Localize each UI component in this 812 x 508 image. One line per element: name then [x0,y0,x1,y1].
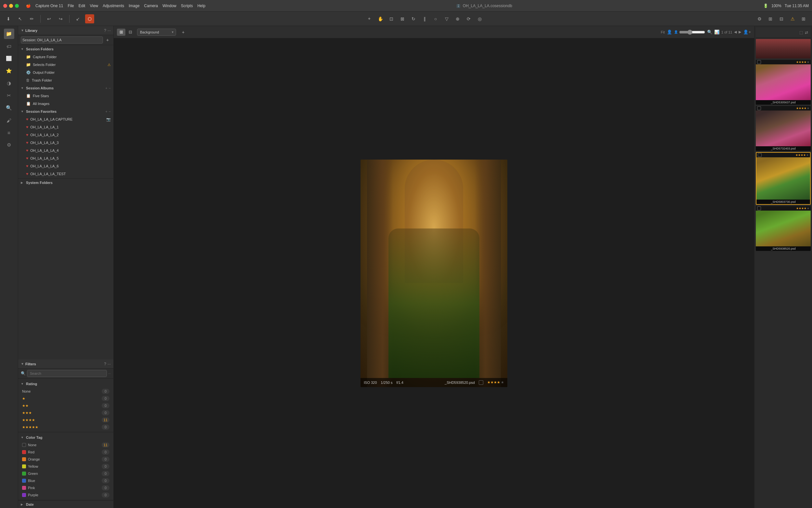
select-tool[interactable]: ⌖ [365,14,374,24]
system-folders-header[interactable]: ▶ System Folders [18,178,113,186]
slash-tool[interactable]: ∥ [420,14,429,24]
redo-button[interactable]: ↪ [56,14,65,24]
minimize-button[interactable] [9,4,13,8]
nav-next[interactable]: ▶ [738,30,741,34]
color-purple[interactable]: Purple 0 [18,492,113,499]
zoom-range[interactable] [679,30,705,35]
menu-scripts[interactable]: Scripts [181,4,193,8]
import-button[interactable]: ⬇ [4,14,13,24]
single-view-btn[interactable]: ⊞ [117,29,125,36]
color-tag-group-header[interactable]: ▼ Color Tag [18,433,113,441]
rating-4star[interactable]: ★★★★ 11 [18,416,113,423]
histogram-icon[interactable]: 📊 [714,30,719,35]
zoom-slider[interactable]: 👤 [674,30,705,35]
grid-view-btn[interactable]: ⊟ [126,29,135,36]
straighten-tool[interactable]: ⊠ [398,14,407,24]
settings-button[interactable]: ⚙ [755,14,764,24]
compare-button[interactable]: ⊞ [766,14,775,24]
all-images-album[interactable]: 📋 All Images [18,100,113,108]
color-pink[interactable]: Pink 0 [18,484,113,492]
filters-header[interactable]: ▼ Filters ? ··· [18,359,113,369]
loupe-icon[interactable]: 🔍 [707,30,712,35]
menu-file[interactable]: File [67,4,74,8]
gradient-tool[interactable]: ▽ [442,14,451,24]
strip-cb-2[interactable] [757,106,761,110]
detail-tool[interactable]: ◎ [475,14,484,24]
add-favorite-button[interactable]: + [105,110,107,114]
add-album-button[interactable]: + [105,86,107,90]
strip-thumb-3[interactable]: ★★★★★ _SHD5803730.psd [756,152,811,205]
five-stars-album[interactable]: 📋 Five Stars [18,92,113,100]
remove-favorite-button[interactable]: − [109,110,111,114]
fav-test[interactable]: ♥ OH_LA_LA_LA_TEST [18,170,113,178]
tool-frame[interactable]: ⬜ [4,53,14,64]
add-layer-button[interactable]: + [179,28,188,37]
tool-search[interactable]: 🔍 [4,103,14,113]
rating-1star[interactable]: ★ 0 [18,395,113,402]
pointer-tool[interactable]: ↖ [15,14,25,24]
rating-3star[interactable]: ★★★ 0 [18,409,113,416]
session-favorites-header[interactable]: ▼ Session Favorites + − [18,108,113,115]
rating-5star[interactable]: ★★★★★ 0 [18,423,113,431]
undo-button[interactable]: ↩ [45,14,54,24]
library-header[interactable]: ▼ Library ? ··· [18,26,113,35]
menu-adjustments[interactable]: Adjustments [103,4,124,8]
layer-dropdown[interactable]: Background [137,29,176,36]
fav-3[interactable]: ♥ OH_LA_LA_LA_3 [18,139,113,146]
date-section-header[interactable]: ▶ Date [18,500,113,508]
tool-gear[interactable]: ⚙ [4,140,14,150]
filters-help[interactable]: ? [104,362,106,366]
menu-apple[interactable]: 🍎 [26,4,31,8]
tool-star[interactable]: ⭐ [4,66,14,76]
session-folders-header[interactable]: ▼ Session Folders [18,45,113,53]
crop-tool[interactable]: ⊡ [387,14,396,24]
sync-icon[interactable]: ⇄ [805,30,808,35]
trash-folder-item[interactable]: 🗑 Trash Folder [18,76,113,84]
menu-image[interactable]: Image [129,4,139,8]
capture-folder-item[interactable]: 📁 Capture Folder [18,53,113,61]
back-button[interactable]: ↙ [74,14,83,24]
color-none[interactable]: None 11 [18,441,113,449]
rotate-tool[interactable]: ↻ [409,14,418,24]
menu-help[interactable]: Help [197,4,205,8]
strip-thumb-4[interactable]: ★★★★★ _SHD5938520.psd [756,206,811,251]
fav-4[interactable]: ♥ OH_LA_LA_LA_4 [18,146,113,155]
fav-1[interactable]: ♥ OH_LA_LA_LA_1 [18,123,113,131]
strip-cb-1[interactable] [757,60,761,64]
fav-6[interactable]: ♥ OH_LA_LA_LA_6 [18,162,113,170]
strip-thumb-2[interactable]: ★★★★★ _SHD5732403.psd [756,106,811,151]
close-button[interactable] [3,4,7,8]
tool-tag[interactable]: 🏷 [4,41,14,51]
tool-list[interactable]: ≡ [4,127,14,138]
add-user-icon[interactable]: 👤+ [743,30,751,35]
heal-tool[interactable]: ⟳ [464,14,473,24]
menu-camera[interactable]: Camera [144,4,158,8]
menu-app[interactable]: Capture One 11 [35,4,63,8]
ellipse-tool[interactable]: ○ [431,14,440,24]
color-red[interactable]: Red 0 [18,449,113,456]
hand-tool[interactable]: ✋ [376,14,385,24]
selects-folder-item[interactable]: 📁 Selects Folder ⚠ [18,61,113,69]
rating-none[interactable]: None 0 [18,388,113,395]
maximize-button[interactable] [15,4,19,8]
library-help[interactable]: ? [104,28,106,33]
grid-button[interactable]: ⊟ [777,14,786,24]
image-stars[interactable]: ★★★★★ [487,380,504,384]
menu-window[interactable]: Window [162,4,176,8]
lupe-icon[interactable]: ⬚ [799,30,803,35]
session-albums-header[interactable]: ▼ Session Albums + − [18,84,113,92]
strip-cb-4[interactable] [757,206,761,210]
clone-brush-tool[interactable]: ⊕ [453,14,462,24]
tool-library[interactable]: 📁 [4,29,14,39]
search-input[interactable] [27,370,107,377]
clone-icon[interactable]: ⬡ [85,14,94,24]
nav-prev[interactable]: ◀ [734,30,737,34]
color-orange[interactable]: Orange 0 [18,456,113,463]
rating-2star[interactable]: ★★ 0 [18,402,113,409]
window-controls[interactable] [3,4,19,8]
color-blue[interactable]: Blue 0 [18,477,113,484]
menu-view[interactable]: View [90,4,98,8]
tool-mask[interactable]: ◑ [4,78,14,88]
strip-cb-3[interactable] [758,153,762,157]
strip-thumb-1[interactable]: ★★★★★ _SHD5305637.psd [756,60,811,104]
